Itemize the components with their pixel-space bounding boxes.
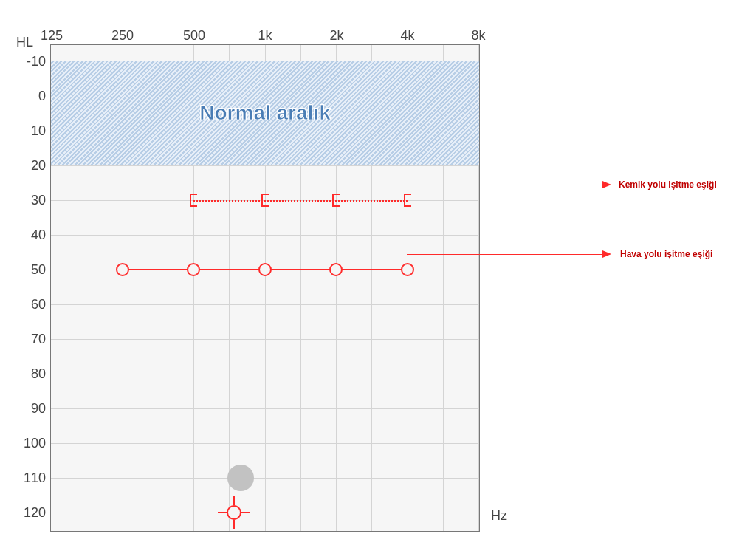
y-tick: 90 [31,401,46,417]
y-tick: 20 [31,158,46,174]
y-tick: 80 [31,366,46,382]
y-tick: 10 [31,123,46,139]
y-axis-label: HL [16,35,33,50]
x-tick: 4k [400,28,414,44]
bone-series-line [193,200,408,202]
air-marker [401,263,414,276]
y-tick: -10 [27,54,46,69]
air-marker [116,263,129,276]
air-marker [329,263,343,276]
y-tick: 50 [31,262,46,278]
arrow-air [407,254,602,255]
bone-marker [261,194,269,207]
x-tick: 125 [41,28,63,44]
y-tick: 30 [31,193,46,208]
air-marker [187,263,200,276]
normal-range-label: Normal aralık [199,101,330,125]
crosshair-marker [227,505,241,520]
y-tick: 40 [31,227,46,243]
arrow-bone [407,185,602,185]
plot-area: Normal aralık 750 1.5k 3k 6k [50,44,480,532]
y-tick: 110 [24,470,46,486]
bone-annotation: Kemik yolu işitme eşiği [619,179,717,190]
x-tick: 500 [183,28,205,44]
arrow-head-icon [602,181,611,188]
normal-range-band: Normal aralık [51,61,479,165]
y-tick: 120 [24,505,46,521]
x-tick: 8k [471,28,485,44]
y-tick: 70 [31,332,46,347]
air-annotation: Hava yolu işitme eşiği [620,249,712,259]
x-tick: 1k [258,28,272,44]
x-tick: 2k [329,28,343,44]
x-tick: 250 [111,28,134,44]
y-tick: 60 [31,297,46,312]
audiogram-frame: HL -10 0 10 20 30 40 50 60 70 80 90 100 … [7,15,524,524]
y-tick: 0 [38,89,46,104]
bone-marker [190,194,197,207]
extra-dot-marker [227,465,254,491]
arrow-head-icon [602,250,611,258]
y-tick: 100 [24,436,46,451]
x-axis-label: Hz [491,508,507,524]
air-marker [258,263,272,276]
bone-marker [404,194,411,207]
bone-marker [332,194,340,207]
